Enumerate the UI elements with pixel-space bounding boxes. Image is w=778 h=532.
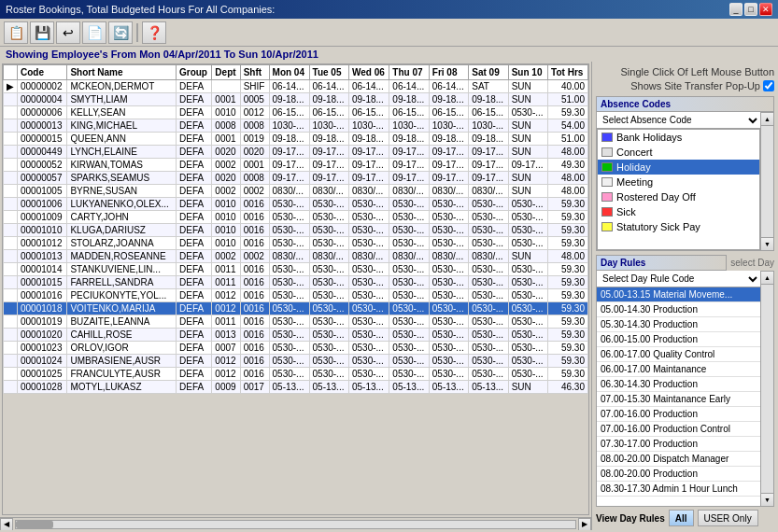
row-sun: 0530-...: [508, 276, 547, 289]
table-row[interactable]: 00001012STOLARZ,JOANNADEFA001000160530-.…: [4, 237, 588, 250]
row-sat: 0530-...: [469, 315, 508, 329]
row-code: 00000015: [18, 133, 67, 146]
absence-code-select[interactable]: Select Absence Code: [597, 112, 760, 129]
absence-scroll-down[interactable]: ▼: [761, 237, 773, 250]
row-tue: 09-18...: [309, 133, 348, 146]
mouse-popup-checkbox[interactable]: [763, 80, 774, 91]
row-sat: 0530-...: [469, 355, 508, 368]
title-bar-buttons[interactable]: _ □ ✕: [729, 3, 772, 16]
day-rule-item[interactable]: 07.00-16.00 Production Control: [597, 422, 760, 437]
row-thu: 0530-...: [389, 211, 429, 224]
table-row[interactable]: 00001014STANKUVIENE,LIN...DEFA0011001605…: [4, 263, 588, 276]
row-wed: 0530-...: [348, 198, 389, 211]
table-row[interactable]: 00001025FRANCULYTE,AUSRDEFA001200160530-…: [4, 368, 588, 381]
row-name: SMYTH,LIAM: [67, 93, 177, 106]
view-user-only-button[interactable]: USER Only: [698, 510, 758, 526]
row-code: 00001005: [18, 185, 67, 198]
absence-scroll-track[interactable]: [761, 126, 773, 237]
row-name: LUKYANENKO,OLEX...: [67, 198, 177, 211]
toolbar-doc-button[interactable]: 📄: [82, 21, 106, 44]
row-tue: 0530-...: [309, 237, 348, 250]
close-button[interactable]: ✕: [759, 3, 772, 16]
absence-scroll-up[interactable]: ▲: [761, 113, 773, 126]
row-tot: 59.30: [548, 342, 588, 355]
day-rule-item[interactable]: 07.00-15.30 Maintanance Early: [597, 392, 760, 407]
horizontal-scrollbar[interactable]: ◀ ▶: [0, 517, 591, 530]
table-row[interactable]: 00000052KIRWAN,TOMASDEFA0002000109-17...…: [4, 159, 588, 172]
table-row[interactable]: 00001019BUZAITE,LEANNADEFA001100160530-.…: [4, 315, 588, 329]
day-rule-item[interactable]: 08.00-20.00 Production: [597, 467, 760, 482]
table-row[interactable]: 00000015QUEEN,ANNDEFA0001001909-18...09-…: [4, 133, 588, 146]
day-rule-item[interactable]: 06.00-17.00 Maintanance: [597, 362, 760, 377]
day-rule-item[interactable]: 06.00-15.00 Production: [597, 332, 760, 347]
day-rules-scroll-down[interactable]: ▼: [761, 493, 773, 506]
table-row[interactable]: 00001015FARRELL,SANDRADEFA001100160530-.…: [4, 276, 588, 289]
row-group: DEFA: [176, 146, 211, 159]
table-row[interactable]: 00001006LUKYANENKO,OLEX...DEFA0010001605…: [4, 198, 588, 211]
day-rules-scroll-track[interactable]: [761, 285, 773, 493]
day-rule-item[interactable]: 05.00-13.15 Material Moveme...: [597, 287, 760, 302]
table-row[interactable]: ▶00000002MCKEON,DERMOTDEFASHIF06-14...06…: [4, 80, 588, 93]
scrollbar-track[interactable]: [15, 520, 576, 529]
view-all-button[interactable]: All: [669, 510, 694, 526]
table-row[interactable]: 00001020CAHILL,ROSEDEFA001300160530-...0…: [4, 329, 588, 342]
table-row[interactable]: 00001024UMBRASIENE,AUSRDEFA001200160530-…: [4, 355, 588, 368]
table-row[interactable]: 00001005BYRNE,SUSANDEFA000200020830/...0…: [4, 185, 588, 198]
table-row[interactable]: 00001028MOTYL,LUKASZDEFA0009001705-13...…: [4, 381, 588, 394]
day-rule-item[interactable]: 06.30-14.30 Production: [597, 377, 760, 392]
table-row[interactable]: 00000057SPARKS,SEAMUSDEFA0020000809-17..…: [4, 172, 588, 185]
absence-item[interactable]: Meeting: [598, 175, 759, 189]
day-rules-header: Day Rules select Day: [596, 255, 774, 271]
day-rule-item[interactable]: 08.00-20.00 Dispatch Manager: [597, 452, 760, 467]
toolbar-undo-button[interactable]: ↩: [56, 21, 80, 44]
table-row[interactable]: 00001010KLUGA,DARIUSZDEFA001000160530-..…: [4, 224, 588, 237]
maximize-button[interactable]: □: [744, 3, 757, 16]
minimize-button[interactable]: _: [729, 3, 743, 16]
absence-item[interactable]: Sick: [598, 204, 759, 219]
day-rule-item[interactable]: 08.30-17.30 Admin 1 Hour Lunch: [597, 482, 760, 497]
table-row[interactable]: 00001016PECIUKONYTE,YOL...DEFA0012001605…: [4, 289, 588, 302]
absence-item[interactable]: Rostered Day Off: [598, 189, 759, 204]
toolbar-refresh-button[interactable]: 🔄: [108, 21, 133, 44]
row-tue: 0530-...: [309, 342, 348, 355]
scroll-right-button[interactable]: ▶: [578, 518, 591, 531]
day-rule-item[interactable]: 05.30-14.30 Production: [597, 317, 760, 332]
toolbar-save-button[interactable]: 💾: [30, 21, 54, 44]
col-tue: Tue 05: [309, 65, 348, 80]
scrollbar-thumb[interactable]: [16, 521, 53, 528]
row-name: UMBRASIENE,AUSR: [67, 355, 177, 368]
row-mon: 09-18...: [269, 133, 309, 146]
view-day-rules-label: View Day Rules: [596, 513, 665, 524]
day-rule-select[interactable]: Select Day Rule Code: [597, 271, 760, 287]
mouse-info-text: Single Click Of Left Mouse Button Shows …: [596, 65, 774, 92]
scroll-left-button[interactable]: ◀: [0, 518, 13, 531]
table-row[interactable]: 00001023ORLOV,IGORDEFA000700160530-...05…: [4, 342, 588, 355]
absence-item[interactable]: Concert: [598, 145, 759, 160]
row-code: 00001016: [18, 289, 67, 302]
row-sat: 0530-...: [469, 198, 508, 211]
absence-item[interactable]: Holiday: [598, 160, 759, 175]
toolbar-copy-button[interactable]: 📋: [4, 21, 28, 44]
day-rule-item[interactable]: 07.30-17.00 Production: [597, 437, 760, 452]
row-fri: 0530-...: [429, 276, 468, 289]
day-rule-item[interactable]: 07.00-16.00 Production: [597, 407, 760, 422]
table-row[interactable]: 00000004SMYTH,LIAMDEFA0001000509-18...09…: [4, 93, 588, 106]
absence-item[interactable]: Statutory Sick Pay: [598, 219, 759, 234]
day-rule-item[interactable]: 05.00-14.30 Production: [597, 302, 760, 317]
absence-codes-container: Select Absence Code Bank HolidaysConcert…: [596, 112, 774, 251]
absence-item[interactable]: Bank Holidays: [598, 130, 759, 145]
day-rules-scroll-up[interactable]: ▲: [761, 272, 773, 285]
absence-list[interactable]: Bank HolidaysConcertHolidayMeetingRoster…: [597, 129, 760, 250]
table-row[interactable]: 00001013MADDEN,ROSEANNEDEFA000200020830/…: [4, 250, 588, 263]
table-row[interactable]: 00000449LYNCH,ELAINEDEFA0020002009-17...…: [4, 146, 588, 159]
toolbar-help-button[interactable]: ❓: [142, 21, 166, 44]
day-rules-list[interactable]: 05.00-13.15 Material Moveme...05.00-14.3…: [597, 287, 760, 506]
table-row[interactable]: 00001009CARTY,JOHNDEFA001000160530-...05…: [4, 211, 588, 224]
table-row[interactable]: 00000006KELLY,SEANDEFA0010001206-15...06…: [4, 106, 588, 119]
table-row[interactable]: 00000013KING,MICHAELDEFA000800081030-...…: [4, 119, 588, 133]
table-container[interactable]: Code Short Name Group Dept Shft Mon 04 T…: [2, 63, 589, 515]
row-tot: 59.30: [548, 276, 588, 289]
row-code: 00001028: [18, 381, 67, 394]
day-rule-item[interactable]: 06.00-17.00 Quality Control: [597, 347, 760, 362]
table-row[interactable]: 00001018VOITENKO,MARIJADEFA001200160530-…: [4, 302, 588, 315]
